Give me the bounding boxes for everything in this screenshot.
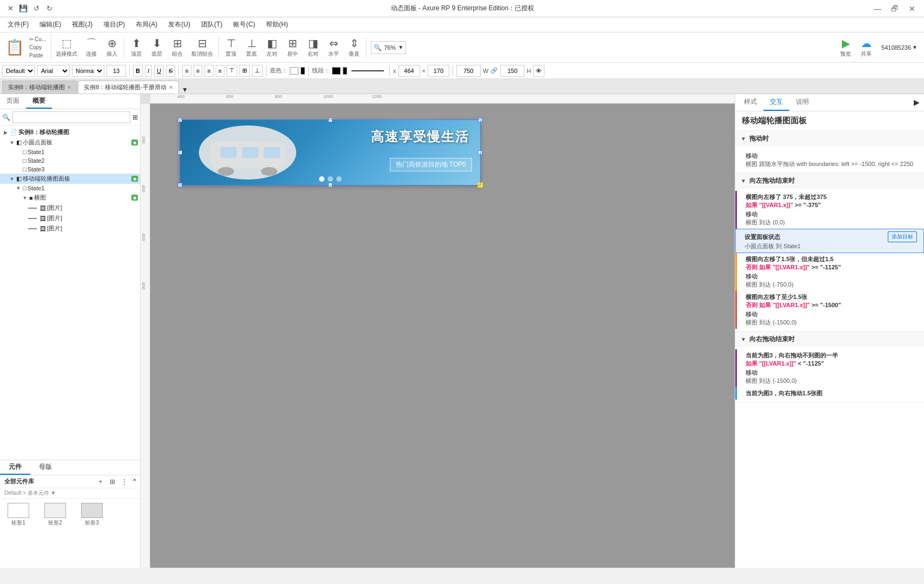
tree-item-horizontal[interactable]: ▼ ■ 横图 ■ bbox=[0, 193, 140, 203]
tree-item-carousel-panel[interactable]: ▼ ◧ 移动端轮播图面板 ■ bbox=[0, 174, 140, 184]
paste-button[interactable]: 📋 bbox=[5, 38, 28, 56]
weight-select[interactable]: Normal bbox=[72, 65, 104, 77]
ungroup-button[interactable]: ⊟ 取消组合 bbox=[188, 36, 216, 59]
tab-0[interactable]: 实例8：移动端轮播图 ✕ bbox=[2, 81, 77, 94]
fill-color-swatch[interactable] bbox=[301, 67, 305, 75]
filter-icon[interactable]: ⊞ bbox=[132, 114, 138, 121]
copy-button[interactable]: Copy bbox=[28, 44, 48, 51]
zoom-dropdown-icon[interactable]: ▼ bbox=[398, 44, 403, 50]
cl-item-rect3[interactable]: 矩形3 bbox=[76, 501, 108, 529]
font-size-input[interactable] bbox=[107, 65, 126, 77]
share-button[interactable]: ☁ 共享 bbox=[856, 36, 876, 59]
handle-mid-left[interactable] bbox=[178, 150, 182, 155]
lp-tab-outline[interactable]: 概要 bbox=[26, 94, 52, 109]
event-header-left[interactable]: ▼ 向左拖动结束时 bbox=[735, 173, 924, 189]
menu-view[interactable]: 视图(J) bbox=[67, 17, 98, 32]
redo-icon[interactable]: ↻ bbox=[43, 3, 55, 15]
line-color-box[interactable] bbox=[332, 67, 341, 75]
align-right-fmt-button[interactable]: ≡ bbox=[204, 65, 213, 77]
tree-item-state2a[interactable]: □ State2 bbox=[0, 156, 140, 165]
event-header-right[interactable]: ▼ 向右拖动结束时 bbox=[735, 331, 924, 347]
align-center-fmt-button[interactable]: ≡ bbox=[194, 65, 202, 77]
align-middle-fmt-button[interactable]: ⊞ bbox=[240, 65, 250, 77]
cl-expand-icon[interactable]: ⌃ bbox=[131, 477, 138, 486]
undo-icon[interactable]: ↺ bbox=[30, 3, 42, 15]
zoom-control[interactable]: 🔍 76% ▼ bbox=[371, 41, 406, 54]
tab-1[interactable]: 实例8：移动端轮播图-手册滑动 ✕ bbox=[78, 81, 179, 94]
handle-top-left[interactable] bbox=[178, 118, 182, 122]
cl-item-rect2[interactable]: 矩形2 bbox=[39, 501, 71, 529]
hide-show-button[interactable]: 👁 bbox=[533, 65, 544, 77]
align-justify-fmt-button[interactable]: ≡ bbox=[216, 65, 224, 77]
group-button[interactable]: ⊞ 组合 bbox=[168, 36, 187, 59]
minimize-button[interactable]: — bbox=[870, 2, 885, 15]
save-icon[interactable]: 💾 bbox=[17, 3, 29, 15]
strikethrough-button[interactable]: S bbox=[166, 65, 175, 77]
rp-tab-style[interactable]: 样式 bbox=[737, 94, 763, 111]
handle-bot-left[interactable] bbox=[178, 183, 182, 187]
cl-add-btn[interactable]: + bbox=[96, 477, 105, 487]
cl-item-rect1[interactable]: 矩形1 bbox=[2, 501, 35, 529]
cl-tab-masters[interactable]: 母版 bbox=[30, 460, 61, 475]
tree-item-page[interactable]: ▶ 📄 实例8：移动轮播图 bbox=[0, 127, 140, 137]
handle-bot-center[interactable] bbox=[328, 183, 333, 187]
bold-button[interactable]: B bbox=[133, 65, 143, 77]
tab-dropdown[interactable]: ▼ bbox=[180, 86, 190, 94]
top-layer-button[interactable]: ⬆ 顶层 bbox=[127, 36, 146, 59]
tab-1-close[interactable]: ✕ bbox=[169, 84, 173, 90]
search-input[interactable] bbox=[12, 111, 130, 123]
underline-button[interactable]: U bbox=[154, 65, 164, 77]
menu-account[interactable]: 账号(C) bbox=[228, 17, 261, 32]
cl-more-btn[interactable]: ⋮ bbox=[119, 477, 129, 487]
lp-tab-pages[interactable]: 页面 bbox=[0, 94, 26, 109]
handle-mid-right[interactable] bbox=[478, 150, 482, 155]
tree-item-img3[interactable]: 🖼 [图片] bbox=[0, 223, 140, 234]
add-target-button[interactable]: 添加目标 bbox=[888, 231, 917, 242]
tree-item-dots-panel[interactable]: ▼ ◧ 小圆点面板 ■ bbox=[0, 137, 140, 148]
style-select[interactable]: Default bbox=[2, 65, 35, 77]
cl-path[interactable]: Default » 基本元件 ▼ bbox=[0, 488, 140, 499]
italic-button[interactable]: I bbox=[145, 65, 152, 77]
menu-help[interactable]: 帮助(H) bbox=[261, 17, 294, 32]
distribute-h-button[interactable]: ⇔ 水平 bbox=[324, 36, 343, 59]
close-button[interactable]: ✕ bbox=[905, 2, 920, 15]
menu-edit[interactable]: 编辑(E) bbox=[34, 17, 67, 32]
font-select[interactable]: Arial bbox=[37, 65, 70, 77]
tree-item-state1a[interactable]: □ State1 bbox=[0, 148, 140, 156]
cl-tab-components[interactable]: 元件 bbox=[0, 460, 30, 475]
left-action-1[interactable]: 设置面板状态 添加目标 小圆点面板 到 State1 bbox=[735, 229, 924, 253]
rp-expand-button[interactable]: ▶ bbox=[911, 94, 922, 110]
y-input[interactable] bbox=[428, 65, 449, 77]
cl-copy-btn[interactable]: ⊞ bbox=[108, 477, 117, 487]
align-center-button[interactable]: ⊞ 居中 bbox=[283, 36, 302, 59]
align-left-button[interactable]: ◧ 左对 bbox=[262, 36, 282, 59]
align-right-button[interactable]: ◨ 右对 bbox=[303, 36, 323, 59]
line-color-swatch[interactable] bbox=[343, 67, 347, 75]
align-left-fmt-button[interactable]: ≡ bbox=[182, 65, 191, 77]
maximize-button[interactable]: 🗗 bbox=[887, 2, 902, 15]
cut-button[interactable]: ✂ Cu... bbox=[28, 36, 48, 43]
preview-button[interactable]: ▶ 预览 bbox=[836, 36, 855, 59]
handle-bot-right[interactable] bbox=[477, 182, 483, 188]
menu-file[interactable]: 文件(F) bbox=[2, 17, 34, 32]
align-bottom-button[interactable]: ⊥ 置底 bbox=[242, 36, 261, 59]
event-header-drag[interactable]: ▼ 拖动时 bbox=[735, 131, 924, 147]
handle-top-right[interactable] bbox=[478, 118, 482, 122]
account-button[interactable]: 541085236 ▼ bbox=[877, 44, 922, 51]
rp-tab-interact[interactable]: 交互 bbox=[763, 94, 789, 111]
tree-item-state3a[interactable]: □ State3 bbox=[0, 165, 140, 174]
tree-item-state1b[interactable]: ▼ □ State1 bbox=[0, 184, 140, 193]
menu-layout[interactable]: 布局(A) bbox=[130, 17, 163, 32]
insert-button[interactable]: ⊕ 插入 bbox=[102, 36, 122, 59]
rp-tab-note[interactable]: 说明 bbox=[789, 94, 815, 111]
h-input[interactable] bbox=[500, 65, 524, 77]
bottom-layer-button[interactable]: ⬇ 底层 bbox=[147, 36, 167, 59]
connect-button[interactable]: ⌒ 连接 bbox=[82, 36, 101, 59]
align-bottom-fmt-button[interactable]: ⊥ bbox=[252, 65, 263, 77]
fill-color-box[interactable] bbox=[290, 67, 298, 75]
menu-project[interactable]: 项目(P) bbox=[98, 17, 130, 32]
align-top-button[interactable]: ⊤ 置顶 bbox=[221, 36, 241, 59]
select-mode-button[interactable]: ⬚ 选择模式 bbox=[52, 36, 81, 59]
handle-top-center[interactable] bbox=[328, 118, 333, 122]
x-input[interactable] bbox=[398, 65, 420, 77]
